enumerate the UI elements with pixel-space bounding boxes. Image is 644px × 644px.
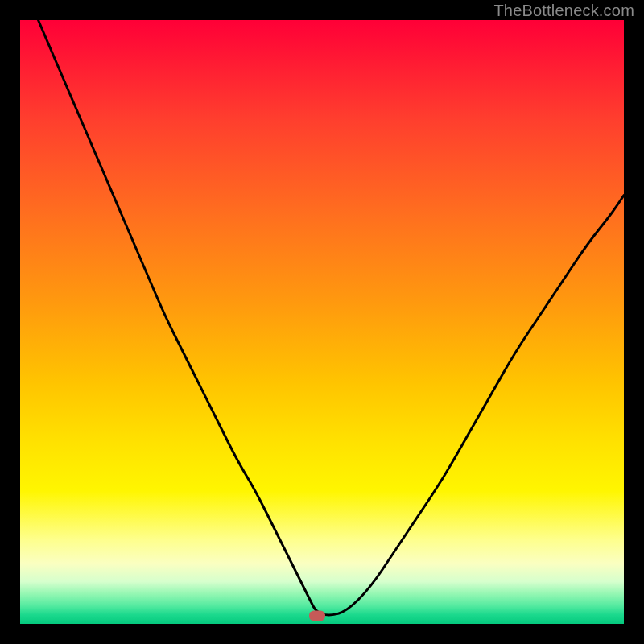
watermark-text: TheBottleneck.com <box>493 2 634 20</box>
plot-area <box>20 20 624 624</box>
chart-frame: TheBottleneck.com <box>0 0 644 644</box>
minimum-marker <box>309 611 325 621</box>
curve-path <box>39 20 625 615</box>
bottleneck-curve <box>20 20 624 624</box>
